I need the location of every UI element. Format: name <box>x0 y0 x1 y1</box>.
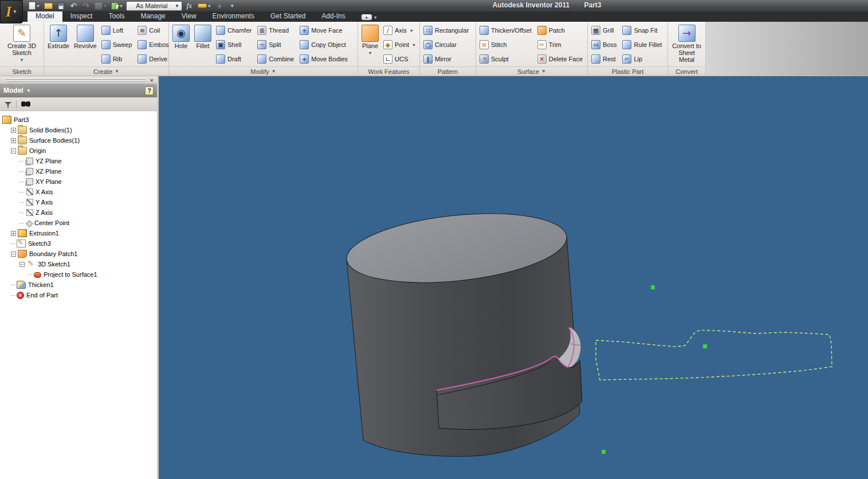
measure-button[interactable]: ▼ <box>197 1 213 11</box>
graphics-viewport[interactable] <box>159 76 868 479</box>
tree-item-sketch3[interactable]: Sketch3 <box>2 238 157 249</box>
chamfer-button[interactable]: Chamfer <box>214 23 254 37</box>
rest-button[interactable]: Rest <box>590 52 619 66</box>
tree-item-z-axis[interactable]: Z Axis <box>2 207 157 218</box>
tab-add-ins[interactable]: Add-Ins <box>313 11 353 22</box>
tab-get-started[interactable]: Get Started <box>262 11 313 22</box>
parameters-fx-button[interactable]: fx <box>184 1 195 11</box>
sweep-button[interactable]: Sweep <box>100 38 135 52</box>
plane-button[interactable]: Plane▼ <box>360 23 380 66</box>
tab-tools[interactable]: Tools <box>100 11 132 22</box>
tree-item-x-axis[interactable]: X Axis <box>2 187 157 197</box>
tab-environments[interactable]: Environments <box>205 11 262 22</box>
patch-button[interactable]: Patch <box>536 23 586 37</box>
browser-header[interactable]: Model ▼ ? <box>0 84 157 97</box>
hole-button[interactable]: ◉Hole <box>171 23 191 66</box>
tree-expander-icon[interactable]: − <box>11 148 16 154</box>
tree-item-boundary-patch1[interactable]: −Boundary Patch1 <box>2 249 157 259</box>
tab-model[interactable]: Model <box>28 11 62 22</box>
tree-expander-icon[interactable]: − <box>11 252 16 257</box>
panel-plastic-part-footer[interactable]: Plastic Part <box>588 66 667 76</box>
trim-button[interactable]: ✂Trim <box>536 38 586 52</box>
lip-button[interactable]: ⌐Lip <box>620 52 665 66</box>
vertex-point[interactable] <box>651 285 655 289</box>
panel-pattern-footer[interactable]: Pattern <box>420 66 476 76</box>
vertex-point[interactable] <box>703 344 707 348</box>
tree-item-end-of-part[interactable]: End of Part <box>2 290 157 300</box>
find-icon[interactable] <box>21 101 30 107</box>
fillet-button[interactable]: Fillet <box>193 23 213 66</box>
combine-button[interactable]: Combine <box>256 52 297 66</box>
3d-scene[interactable] <box>159 76 868 479</box>
split-button[interactable]: ~Split <box>256 38 297 52</box>
circular-pattern-button[interactable]: ○Circular <box>422 38 472 52</box>
close-icon[interactable]: × <box>149 77 155 83</box>
copy-object-button[interactable]: Copy Object <box>298 38 351 52</box>
point-button[interactable]: ◆Point▼ <box>382 38 419 52</box>
rule-fillet-button[interactable]: Rule Fillet <box>620 38 665 52</box>
snap-fit-button[interactable]: Snap Fit <box>620 23 665 37</box>
tab-manage[interactable]: Manage <box>132 11 173 22</box>
tree-item-solid-bodies-1-[interactable]: +Solid Bodies(1) <box>2 125 157 135</box>
tab-inspect[interactable]: Inspect <box>62 11 101 22</box>
boss-button[interactable]: ∺Boss <box>590 38 619 52</box>
tab-view[interactable]: View <box>174 11 205 22</box>
loft-button[interactable]: Loft <box>100 23 135 37</box>
convert-to-sheet-metal-button[interactable]: →Convert to Sheet Metal <box>670 23 704 66</box>
filter-icon[interactable] <box>5 102 11 107</box>
open-button[interactable] <box>43 1 54 11</box>
tree-item-3d-sketch1[interactable]: −3D Sketch1 <box>2 259 157 269</box>
create-3d-sketch-button[interactable]: ✎Create 3D Sketch▼ <box>2 23 42 66</box>
material-combo[interactable]: As Material▼ <box>126 1 182 11</box>
panel-convert-footer[interactable]: Convert <box>668 66 705 76</box>
undo-button[interactable]: ↶ <box>68 1 79 11</box>
application-menu-button[interactable]: I ▼ <box>0 0 23 23</box>
vertex-point[interactable] <box>602 450 606 454</box>
tree-item-part3[interactable]: Part3 <box>2 115 157 125</box>
tree-expander-icon[interactable]: + <box>11 231 16 236</box>
tree-item-xz-plane[interactable]: XZ Plane <box>2 166 157 176</box>
panel-sketch-footer[interactable]: Sketch <box>0 66 44 76</box>
select-button[interactable]: ▼ <box>110 1 124 11</box>
move-face-button[interactable]: +Move Face <box>298 23 351 37</box>
stitch-button[interactable]: ≡Stitch <box>478 38 535 52</box>
ucs-button[interactable]: ∟UCS <box>382 52 419 66</box>
browser-grip-bar[interactable]: × <box>0 76 157 84</box>
tree-item-surface-bodies-1-[interactable]: +Surface Bodies(1) <box>2 135 157 146</box>
new-document-button[interactable]: ▼ <box>28 1 41 11</box>
tree-item-origin[interactable]: −Origin <box>2 146 157 156</box>
extrude-button[interactable]: ↑Extrude <box>46 23 71 66</box>
tree-item-yz-plane[interactable]: YZ Plane <box>2 156 157 166</box>
tree-item-project-to-surface1[interactable]: Project to Surface1 <box>2 269 157 280</box>
panel-work-features-footer[interactable]: Work Features <box>358 66 419 76</box>
part-model[interactable] <box>343 204 582 456</box>
tree-item-thicken1[interactable]: Thicken1 <box>2 280 157 290</box>
delete-face-button[interactable]: ✕Delete Face <box>536 52 586 66</box>
tree-expander-icon[interactable]: + <box>11 138 16 143</box>
mirror-button[interactable]: ‖Mirror <box>422 52 472 66</box>
tree-item-center-point[interactable]: Center Point <box>2 218 157 228</box>
save-button[interactable] <box>56 1 66 11</box>
tree-expander-icon[interactable]: + <box>11 128 16 133</box>
help-icon[interactable]: ? <box>145 87 154 95</box>
panel-create-footer[interactable]: Create▼ <box>44 66 168 76</box>
tree-expander-icon[interactable]: − <box>19 262 25 267</box>
tree-item-y-axis[interactable]: Y Axis <box>2 197 157 207</box>
customize-toolbar-button[interactable]: ▼ <box>227 1 238 11</box>
panel-modify-footer[interactable]: Modify▼ <box>169 66 358 76</box>
axis-button[interactable]: ∕Axis▼ <box>382 23 419 37</box>
thicken-offset-button[interactable]: Thicken/Offset <box>478 23 535 37</box>
thread-button[interactable]: ≣Thread <box>256 23 297 37</box>
rib-button[interactable]: Rib <box>100 52 135 66</box>
revolve-button[interactable]: Revolve <box>72 23 99 66</box>
sculpt-button[interactable]: ◔Sculpt <box>478 52 535 66</box>
rectangular-pattern-button[interactable]: ∷Rectangular <box>422 23 472 37</box>
ribbon-minimize-button[interactable]: ▲▼ <box>362 14 378 20</box>
panel-surface-footer[interactable]: Surface▼ <box>476 66 587 76</box>
grill-button[interactable]: ▦Grill <box>590 23 619 37</box>
tree-item-extrusion1[interactable]: +Extrusion1 <box>2 228 157 238</box>
shell-button[interactable]: ▣Shell <box>214 38 254 52</box>
draft-button[interactable]: Draft <box>214 52 254 66</box>
tree-item-xy-plane[interactable]: XY Plane <box>2 176 157 187</box>
move-bodies-button[interactable]: +Move Bodies <box>298 52 351 66</box>
